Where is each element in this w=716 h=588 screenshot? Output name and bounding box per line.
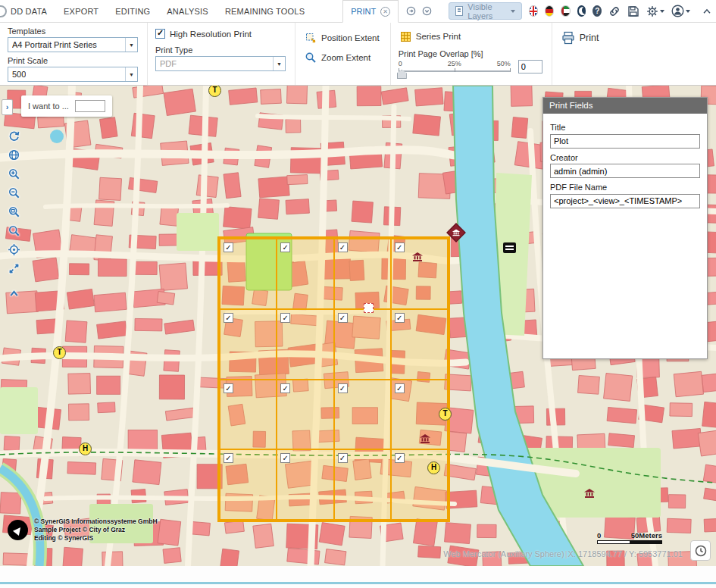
menu-export[interactable]: EXPORT — [64, 7, 98, 16]
north-arrow-logo — [8, 520, 28, 540]
print-button[interactable]: Print — [560, 30, 601, 46]
print-scale-dropdown[interactable]: 500 ▼ — [8, 67, 138, 82]
refresh-button[interactable] — [5, 127, 23, 145]
series-print-button[interactable]: Series Print — [399, 28, 462, 45]
overlap-slider[interactable]: 0 25% 50% — [399, 60, 511, 80]
settings-menu[interactable] — [646, 5, 664, 17]
visible-layers-button[interactable]: Visible Layers — [449, 2, 521, 20]
high-resolution-checkbox[interactable] — [155, 29, 165, 39]
print-grid-cell[interactable]: ✓ — [334, 449, 391, 520]
moon-icon[interactable] — [577, 5, 586, 17]
print-cell-checkbox[interactable]: ✓ — [224, 242, 233, 252]
print-grid-cell[interactable]: ✓ — [334, 309, 391, 380]
chevron-up-icon — [8, 287, 20, 300]
full-extent-button[interactable] — [5, 260, 23, 277]
pdf-file-name-input[interactable] — [550, 194, 700, 208]
i-want-to-widget[interactable]: I want to ... — [21, 95, 112, 117]
detach-tab-icon[interactable] — [406, 6, 416, 16]
menubar: DD DATA EXPORT EDITING ANALYSIS REMAININ… — [0, 0, 716, 23]
zoom-out-button[interactable] — [5, 184, 23, 202]
clock-icon — [694, 544, 708, 558]
magnifier-button[interactable] — [5, 222, 23, 239]
close-tab-icon[interactable]: ✕ — [380, 7, 390, 17]
print-cell-checkbox[interactable]: ✓ — [280, 313, 290, 323]
print-grid-cell[interactable]: ✓ — [334, 380, 391, 450]
print-grid-cell[interactable]: ✓ — [391, 239, 448, 309]
sidebar-expander-button[interactable]: › — [2, 99, 13, 115]
gear-icon — [646, 5, 658, 17]
print-grid-cell[interactable]: ✓ — [277, 309, 333, 380]
print-grid-cell[interactable]: ✓ — [334, 239, 391, 309]
print-cell-checkbox[interactable]: ✓ — [395, 313, 405, 323]
print-grid-cell[interactable]: ✓ — [220, 380, 277, 450]
print-cell-checkbox[interactable]: ✓ — [338, 453, 348, 463]
zoom-rectangle-icon — [8, 205, 20, 218]
print-cell-checkbox[interactable]: ✓ — [338, 313, 348, 323]
visible-layers-label: Visible Layers — [467, 2, 505, 20]
print-grid-cell[interactable]: ✓ — [220, 239, 277, 309]
title-input[interactable] — [550, 134, 700, 149]
menubar-right-cluster: Visible Layers ? — [449, 2, 716, 20]
print-cell-checkbox[interactable]: ✓ — [395, 242, 405, 252]
collapse-toolbar-button[interactable] — [5, 285, 23, 302]
print-fields-header[interactable]: Print Fields — [543, 98, 707, 114]
menu-editing[interactable]: EDITING — [115, 7, 150, 16]
menu-analysis[interactable]: ANALYSIS — [167, 7, 208, 16]
ribbon-options-icon[interactable] — [422, 6, 432, 16]
print-type-label: Print Type — [155, 45, 286, 55]
globe-button[interactable] — [5, 146, 23, 164]
print-grid-cell[interactable]: ✓ — [277, 380, 333, 450]
map-canvas[interactable]: ✓✓✓✓✓✓✓✓✓✓✓✓✓✓✓✓ TTTHH › I want to ... — [0, 86, 716, 566]
print-cell-checkbox[interactable]: ✓ — [338, 242, 348, 252]
i-want-to-input[interactable] — [75, 100, 105, 112]
print-cell-checkbox[interactable]: ✓ — [395, 383, 405, 393]
language-arabic-flag-icon[interactable] — [561, 5, 570, 17]
print-grid-cell[interactable]: ✓ — [277, 239, 333, 309]
print-cell-checkbox[interactable]: ✓ — [280, 453, 290, 463]
print-cell-checkbox[interactable]: ✓ — [224, 383, 233, 393]
menu-add-data[interactable]: DD DATA — [11, 7, 47, 16]
zoom-in-button[interactable] — [5, 165, 23, 183]
zoom-in-icon — [8, 167, 20, 180]
print-grid-cell[interactable]: ✓ — [277, 449, 333, 520]
print-grid-cell[interactable]: ✓ — [220, 309, 277, 380]
chevron-down-icon: ▼ — [273, 57, 285, 70]
selection-marker — [364, 303, 374, 313]
print-cell-checkbox[interactable]: ✓ — [280, 242, 290, 252]
zoom-rectangle-button[interactable] — [5, 203, 23, 220]
templates-dropdown[interactable]: A4 Portrait Print Series ▼ — [8, 37, 138, 52]
menu-remaining-tools[interactable]: REMAINING TOOLS — [225, 7, 305, 16]
title-label: Title — [550, 123, 700, 132]
print-grid-cell[interactable]: ✓ — [391, 380, 448, 450]
user-menu[interactable] — [671, 5, 690, 17]
chevron-down-icon — [660, 10, 664, 13]
overlap-tick-0: 0 — [399, 60, 402, 67]
print-cell-checkbox[interactable]: ✓ — [395, 453, 405, 463]
print-grid-cell[interactable]: ✓ — [391, 309, 448, 380]
history-clock-button[interactable] — [690, 540, 711, 561]
overlap-value-input[interactable] — [518, 60, 542, 74]
collapse-ribbon-icon[interactable] — [702, 6, 712, 17]
print-cell-checkbox[interactable]: ✓ — [224, 453, 233, 463]
help-icon[interactable]: ? — [592, 5, 602, 17]
print-type-value: PDF — [160, 59, 177, 68]
tab-print[interactable]: PRINT ✕ — [342, 0, 399, 23]
print-cell-checkbox[interactable]: ✓ — [338, 383, 348, 393]
print-grid-cell[interactable]: ✓ — [220, 449, 277, 520]
creator-input[interactable] — [550, 164, 700, 178]
print-cell-checkbox[interactable]: ✓ — [280, 383, 290, 393]
locate-button[interactable] — [5, 241, 23, 258]
print-type-dropdown[interactable]: PDF ▼ — [155, 56, 286, 71]
zoom-extent-button[interactable]: Zoom Extent — [303, 49, 372, 66]
language-german-flag-icon[interactable] — [545, 5, 554, 17]
templates-section: Templates A4 Portrait Print Series ▼ Pri… — [0, 23, 148, 85]
link-icon[interactable] — [608, 5, 621, 17]
position-extent-button[interactable]: Position Extent — [303, 30, 381, 46]
save-icon[interactable] — [627, 5, 639, 17]
high-resolution-label: High Resolution Print — [170, 30, 252, 39]
print-grid-cell[interactable]: ✓ — [391, 449, 448, 520]
user-icon — [671, 5, 684, 17]
app-menu-icon[interactable] — [0, 5, 7, 17]
print-cell-checkbox[interactable]: ✓ — [224, 313, 233, 323]
language-english-flag-icon[interactable] — [529, 5, 538, 17]
